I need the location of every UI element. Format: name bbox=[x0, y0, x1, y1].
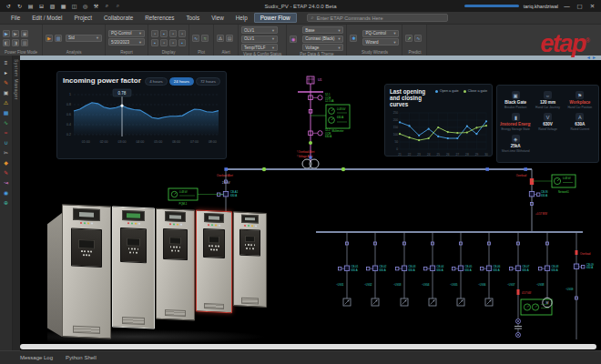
combo-pq-control[interactable]: PQ-Control▼ bbox=[362, 30, 399, 37]
decimals-icon[interactable]: ▫ bbox=[169, 39, 177, 46]
units-icon[interactable]: ▫ bbox=[160, 39, 168, 46]
avg-icon[interactable]: ▫ bbox=[178, 30, 186, 37]
gear-icon[interactable]: ✱ bbox=[350, 35, 357, 42]
run-pf-icon[interactable]: ▶ bbox=[3, 30, 10, 37]
feeder-4[interactable]: CB-04630 A~LV04 bbox=[422, 232, 444, 306]
pulse-icon[interactable]: ≈ bbox=[2, 128, 10, 136]
cabinet-2[interactable] bbox=[112, 207, 155, 329]
contingency-icon[interactable]: ▣ bbox=[21, 30, 28, 37]
combo-temp-tdlf[interactable]: Temp/TDLF▼ bbox=[241, 44, 278, 51]
plot-icon[interactable]: ∿ bbox=[192, 35, 199, 42]
kva-icon[interactable]: ▫ bbox=[151, 30, 158, 37]
combo-contrast-black-[interactable]: Contrast (Black)▼ bbox=[302, 35, 343, 43]
curve-icon[interactable]: ↝ bbox=[2, 178, 10, 187]
lv-incomer[interactable]: OverloadCB-IN630 A+0.57 MW0.48 kVNetwork… bbox=[516, 169, 576, 232]
combo-olv1[interactable]: OLV1▼ bbox=[241, 26, 278, 34]
curve-icon[interactable]: ≈ bbox=[201, 35, 209, 42]
close-button[interactable]: ✕ bbox=[588, 3, 596, 10]
menu-item-edit-model[interactable]: Edit / Model bbox=[26, 14, 67, 22]
save-icon[interactable]: ▤ bbox=[26, 2, 35, 10]
chart-icon[interactable]: ▥ bbox=[55, 35, 62, 42]
range-button-4-hours[interactable]: 4 hours bbox=[145, 77, 168, 86]
menu-item-help[interactable]: Help bbox=[230, 14, 253, 22]
wrench-icon[interactable]: ⚒ bbox=[92, 2, 100, 10]
alert-list-icon[interactable]: ▤ bbox=[226, 35, 233, 42]
combo-voltage[interactable]: Voltage▼ bbox=[302, 44, 343, 51]
combo-std[interactable]: Std▼ bbox=[66, 35, 102, 42]
colors-icon[interactable]: ▪ bbox=[178, 39, 186, 46]
pin-icon[interactable]: ◎ bbox=[81, 2, 89, 10]
feeder-8[interactable]: CB-08630 A~LV08M bbox=[536, 232, 559, 308]
cabinet-5[interactable] bbox=[233, 211, 267, 308]
status-tab-python-shell[interactable]: Python Shell bbox=[66, 355, 97, 360]
undo-icon[interactable]: ↺ bbox=[5, 2, 13, 10]
feeder-7[interactable]: CB-07630 A~LV074.57 kW0.48 kV bbox=[507, 232, 552, 338]
mode-b-icon[interactable]: ◨ bbox=[12, 39, 19, 46]
mode-a-icon[interactable]: ◧ bbox=[3, 39, 10, 46]
maximize-button[interactable]: ▢ bbox=[576, 3, 584, 10]
image-icon[interactable]: ▦ bbox=[59, 2, 67, 10]
menu-item-view[interactable]: View bbox=[206, 14, 229, 22]
command-search[interactable]: ⌕ Enter ETAP Commands Here bbox=[307, 14, 448, 22]
menu-item-file[interactable]: File bbox=[5, 14, 25, 22]
run-alt-icon[interactable]: ▶ bbox=[12, 30, 19, 37]
feeder-5[interactable]: CB-05630 A~LV05 bbox=[450, 232, 473, 306]
combo-pq-control[interactable]: PQ-Control▼ bbox=[108, 30, 145, 37]
minimize-button[interactable]: — bbox=[563, 3, 571, 9]
feeder-1[interactable]: CB-01630 A~LV01 bbox=[336, 232, 359, 306]
incomer-breaker[interactable]: 52-2OCR630 A! Overload Alert! Voltage Al… bbox=[297, 128, 331, 158]
horizontal-scrollbar[interactable] bbox=[20, 344, 596, 349]
play-icon[interactable]: ◄ ► bbox=[586, 56, 596, 60]
combo-base[interactable]: Base▼ bbox=[302, 26, 343, 34]
forecast-icon[interactable]: ∿ bbox=[414, 35, 422, 42]
cabinet-1[interactable] bbox=[62, 204, 111, 339]
menu-item-tools[interactable]: Tools bbox=[180, 14, 205, 22]
feeder-right[interactable]: OverloadCB-09630 A~LV09 bbox=[565, 232, 594, 339]
cabinet-4[interactable] bbox=[196, 210, 232, 314]
chart-icon[interactable]: ▦ bbox=[2, 108, 10, 116]
mode-c-icon[interactable]: ▥ bbox=[21, 39, 28, 46]
tab-power-flow[interactable]: Power Flow bbox=[254, 13, 297, 23]
menu-item-references[interactable]: References bbox=[139, 14, 179, 22]
node-icon[interactable]: ◉ bbox=[2, 188, 10, 197]
range-button-72-hours[interactable]: 72 hours bbox=[196, 77, 220, 86]
layout-icon[interactable]: ◫ bbox=[70, 2, 78, 10]
menu-item-project[interactable]: Project bbox=[68, 14, 97, 22]
warning-icon[interactable]: ⚠ bbox=[2, 98, 10, 106]
wave-icon[interactable]: ∿ bbox=[2, 118, 10, 126]
cabinet-3[interactable] bbox=[156, 208, 195, 321]
feeder-3[interactable]: CB-03630 A~LV03 bbox=[393, 232, 416, 306]
range-button-24-hours[interactable]: 24 hours bbox=[169, 77, 194, 86]
combo-olv1[interactable]: OLV1▼ bbox=[241, 35, 278, 43]
cut-icon[interactable]: ✂ bbox=[2, 148, 10, 157]
redo-icon[interactable]: ↻ bbox=[15, 2, 24, 10]
loop-icon[interactable]: ∪ bbox=[2, 138, 10, 147]
kw-icon[interactable]: ▪ bbox=[160, 30, 168, 37]
menu-item-collaborate[interactable]: Collaborate bbox=[98, 14, 138, 22]
spark-icon[interactable]: ◆ bbox=[2, 158, 10, 167]
palette-icon[interactable]: ◉ bbox=[290, 35, 297, 43]
status-tab-message-log[interactable]: Message Log bbox=[20, 355, 53, 360]
feeder-2[interactable]: CB-02630 A~LV02 bbox=[364, 232, 387, 306]
ll-icon[interactable]: ▫ bbox=[169, 30, 177, 37]
alert-icon[interactable]: ⚠ bbox=[217, 35, 224, 42]
switchgear-3d-view[interactable] bbox=[47, 206, 266, 344]
camera-icon[interactable]: ▣ bbox=[2, 88, 10, 96]
zoom-in-icon[interactable]: ⌕ bbox=[103, 2, 111, 10]
menu-icon[interactable]: ≡ bbox=[2, 58, 10, 66]
system-manager-tab[interactable]: System Manager bbox=[14, 59, 19, 100]
zoom-out-icon[interactable]: ⌕ bbox=[114, 2, 122, 10]
combo-wizard[interactable]: Wizard▼ bbox=[362, 38, 399, 46]
globe-icon[interactable]: ⊕ bbox=[2, 198, 10, 207]
predict-icon[interactable]: ↗ bbox=[405, 35, 413, 42]
feeder-6[interactable]: CB-06630 A~LV06 bbox=[478, 232, 501, 306]
print-icon[interactable]: ⊟ bbox=[37, 2, 46, 10]
select-icon[interactable]: ▸ bbox=[2, 68, 10, 76]
oneline-canvas[interactable]: ◄ ► U152-1OCR12.5 kA0.48 kV630 AMultimet… bbox=[20, 56, 601, 350]
analysis-icon[interactable]: ▶ bbox=[46, 35, 53, 42]
open-icon[interactable]: ▨ bbox=[48, 2, 56, 10]
marker-icon[interactable]: ✎ bbox=[2, 168, 10, 177]
flow-icon[interactable]: ▪ bbox=[151, 39, 158, 46]
pen-icon[interactable]: ✎ bbox=[2, 78, 10, 86]
combo-5-20-2023[interactable]: 5/20/2023▼ bbox=[108, 38, 145, 46]
